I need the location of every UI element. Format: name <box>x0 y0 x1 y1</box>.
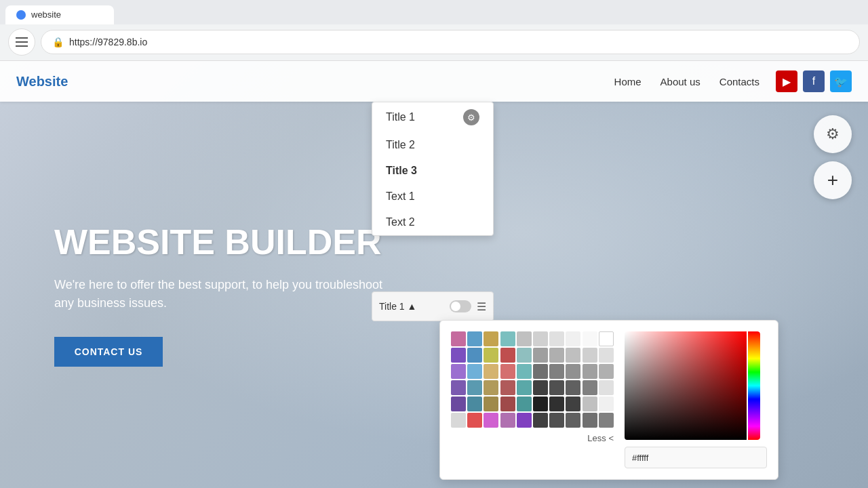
color-swatch[interactable] <box>549 331 564 346</box>
dropdown-item-text1[interactable]: Text 1 <box>372 184 493 209</box>
color-swatch[interactable] <box>566 364 580 379</box>
color-swatch[interactable] <box>583 331 597 346</box>
facebook-icon[interactable]: f <box>803 70 825 92</box>
color-swatch[interactable] <box>549 413 564 428</box>
color-swatch[interactable] <box>517 413 532 428</box>
dropdown-item-text2[interactable]: Text 2 <box>372 209 493 235</box>
color-swatch[interactable] <box>599 396 614 411</box>
color-swatch[interactable] <box>599 364 614 379</box>
color-swatch[interactable] <box>566 396 580 411</box>
color-swatch[interactable] <box>549 396 564 411</box>
color-swatch[interactable] <box>467 413 482 428</box>
color-swatch[interactable] <box>583 396 597 411</box>
browser-tabs: website <box>0 0 868 24</box>
settings-fab[interactable]: ⚙ <box>814 115 852 153</box>
youtube-icon[interactable]: ▶ <box>776 70 797 92</box>
gradient-area[interactable] <box>625 331 760 440</box>
color-swatch[interactable] <box>467 348 482 363</box>
url-text: https://97829.8b.io <box>69 37 147 47</box>
color-swatch[interactable] <box>517 348 532 363</box>
color-swatch[interactable] <box>500 413 515 428</box>
dropdown-item-title1[interactable]: Title 1 ⚙ <box>372 102 493 132</box>
nav-link-home[interactable]: Home <box>614 76 642 87</box>
nav-links: Home About us Contacts <box>614 76 760 87</box>
color-swatch[interactable] <box>451 413 466 428</box>
align-icon[interactable]: ☰ <box>477 300 486 313</box>
gradient-picker-section <box>625 331 767 468</box>
color-swatch[interactable] <box>566 380 580 395</box>
nav-link-contacts[interactable]: Contacts <box>719 76 760 87</box>
color-swatch[interactable] <box>533 331 548 346</box>
color-swatch[interactable] <box>451 380 466 395</box>
color-swatch[interactable] <box>566 331 580 346</box>
color-swatch[interactable] <box>467 331 482 346</box>
less-button[interactable]: Less < <box>451 433 614 443</box>
style-toggle[interactable] <box>450 300 471 312</box>
browser-tab[interactable]: website <box>5 5 114 24</box>
color-swatch[interactable] <box>467 380 482 395</box>
color-swatch[interactable] <box>517 396 532 411</box>
color-swatch[interactable] <box>533 413 548 428</box>
color-swatch[interactable] <box>484 413 498 428</box>
color-swatch[interactable] <box>451 331 466 346</box>
color-swatch[interactable] <box>566 413 580 428</box>
color-swatch[interactable] <box>533 396 548 411</box>
dropdown-gear-icon[interactable]: ⚙ <box>463 109 479 125</box>
dropdown-item-title3[interactable]: Title 3 <box>372 158 493 184</box>
color-swatch[interactable] <box>467 396 482 411</box>
address-bar[interactable]: 🔒 https://97829.8b.io <box>41 30 860 54</box>
color-swatch[interactable] <box>500 348 515 363</box>
color-swatch[interactable] <box>583 413 597 428</box>
color-swatch[interactable] <box>517 380 532 395</box>
hue-slider[interactable] <box>748 331 760 440</box>
dropdown-item-label: Title 2 <box>386 139 415 151</box>
color-gradient-picker[interactable] <box>625 331 760 440</box>
add-fab[interactable]: + <box>814 161 852 199</box>
color-swatch[interactable] <box>583 380 597 395</box>
color-picker-panel: Less < <box>439 320 778 480</box>
dropdown-item-title2[interactable]: Title 2 <box>372 132 493 158</box>
contact-us-button[interactable]: CONTACT US <box>54 337 163 367</box>
browser-menu-button[interactable] <box>8 28 35 56</box>
color-swatch[interactable] <box>549 380 564 395</box>
tab-favicon <box>16 10 26 20</box>
color-swatch[interactable] <box>583 364 597 379</box>
nav-link-about[interactable]: About us <box>660 76 701 87</box>
twitter-icon[interactable]: 🐦 <box>830 70 852 92</box>
color-swatch[interactable] <box>533 380 548 395</box>
color-swatch[interactable] <box>500 331 515 346</box>
color-swatch[interactable] <box>566 348 580 363</box>
color-swatch[interactable] <box>500 396 515 411</box>
color-swatch[interactable] <box>517 331 532 346</box>
hamburger-line <box>16 41 28 43</box>
color-swatch[interactable] <box>533 348 548 363</box>
color-swatch[interactable] <box>583 348 597 363</box>
color-swatch[interactable] <box>484 396 498 411</box>
color-swatch[interactable] <box>599 348 614 363</box>
hero-subtitle: We're here to offer the best support, to… <box>54 276 393 312</box>
toolbar-selected-label: Title 1 ▲ <box>379 301 444 312</box>
browser-toolbar: 🔒 https://97829.8b.io <box>0 24 868 60</box>
color-swatch-white[interactable] <box>599 331 614 346</box>
color-swatch[interactable] <box>484 348 498 363</box>
color-swatch[interactable] <box>599 380 614 395</box>
color-swatch[interactable] <box>500 380 515 395</box>
color-swatch[interactable] <box>451 364 466 379</box>
color-swatch[interactable] <box>549 348 564 363</box>
color-swatches-grid <box>451 331 614 428</box>
color-swatch[interactable] <box>467 364 482 379</box>
color-swatch[interactable] <box>451 348 466 363</box>
color-swatch[interactable] <box>533 364 548 379</box>
color-swatch[interactable] <box>484 331 498 346</box>
tab-label: website <box>31 9 61 20</box>
nav-logo: Website <box>16 74 614 89</box>
hex-input[interactable] <box>625 447 767 468</box>
nav-bar: Website Home About us Contacts ▶ f 🐦 <box>0 61 868 102</box>
color-swatch[interactable] <box>484 364 498 379</box>
color-swatch[interactable] <box>549 364 564 379</box>
color-swatch[interactable] <box>500 364 515 379</box>
color-swatch[interactable] <box>484 380 498 395</box>
color-swatch[interactable] <box>599 413 614 428</box>
color-swatch[interactable] <box>451 396 466 411</box>
color-swatch[interactable] <box>517 364 532 379</box>
